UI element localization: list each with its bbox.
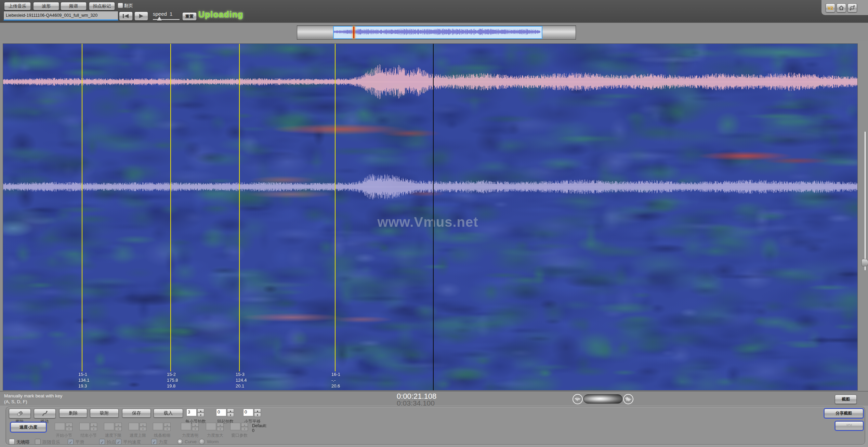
spinner-arrows[interactable]: ▲▼ (254, 409, 261, 417)
page-turn-checkbox[interactable] (118, 3, 123, 8)
spinner-down-icon[interactable]: ▼ (241, 427, 248, 431)
controls-panel: 擦除 移动 删除吸附保存载入 3▲▼每小节拍数0▲▼弱起拍数0▲▼小节平移 速度… (5, 407, 865, 445)
spinner-arrows[interactable]: ▲▼ (115, 423, 122, 431)
home-button[interactable] (837, 3, 846, 12)
spinner-down-icon[interactable]: ▼ (254, 413, 261, 417)
panel-button-2[interactable]: 保存 (122, 409, 151, 418)
spinner-up-icon[interactable]: ▲ (192, 423, 199, 427)
spinner-up-icon[interactable]: ▲ (115, 423, 122, 427)
spinner-arrows[interactable]: ▲▼ (66, 423, 73, 431)
display-mode-radio-label: Curve (185, 439, 197, 444)
spinner-value[interactable] (230, 423, 240, 430)
hint-text: Manually mark beat with key (A, S, D, F) (4, 393, 62, 405)
spinner-value[interactable]: 0 (216, 409, 226, 416)
display-mode-radio[interactable] (199, 439, 205, 445)
beat-mark-button[interactable]: 拍点标记 (89, 2, 115, 10)
beat-marker-line[interactable] (239, 44, 240, 371)
option-checkbox[interactable]: ✓ (151, 439, 157, 445)
panel-button-3[interactable]: 载入 (154, 409, 183, 418)
option-checkbox[interactable]: ✓ (68, 439, 74, 445)
overview-playhead[interactable] (353, 27, 354, 38)
vertical-slider-thumb[interactable] (862, 259, 868, 266)
spinner-down-icon[interactable]: ▼ (90, 427, 97, 431)
option-checkbox[interactable] (9, 439, 15, 445)
spinner-down-icon[interactable]: ▼ (197, 413, 204, 417)
spinner-up-icon[interactable]: ▲ (217, 423, 224, 427)
spinner-up-icon[interactable]: ▲ (254, 409, 261, 413)
panel-button-1[interactable]: 吸附 (90, 409, 119, 418)
panel-button-0[interactable]: 删除 (59, 409, 87, 418)
overview-band (0, 23, 868, 41)
speed-slider-thumb[interactable] (157, 16, 162, 21)
spinner-value[interactable] (104, 423, 114, 430)
upload-music-button[interactable]: 上传音乐 (4, 2, 31, 10)
volume-max-button[interactable] (623, 394, 633, 404)
tempo-dynamics-button[interactable]: 速度-力度 (11, 422, 46, 432)
spinner-down-icon[interactable]: ▼ (140, 427, 146, 431)
spinner-up-icon[interactable]: ▲ (241, 423, 248, 427)
spinner-down-icon[interactable]: ▼ (227, 413, 234, 417)
spinner-value[interactable] (181, 423, 191, 430)
volume-min-button[interactable] (573, 394, 583, 404)
spinner-value[interactable]: 3 (186, 409, 197, 416)
play-button[interactable] (134, 12, 148, 21)
option-checkbox[interactable]: ✓ (116, 439, 121, 445)
option-checkbox[interactable] (35, 439, 41, 445)
spinner-up-icon[interactable]: ▲ (227, 409, 234, 413)
spinner-value[interactable] (55, 423, 65, 430)
beat-marker-line[interactable] (335, 44, 336, 371)
playhead-line[interactable] (433, 44, 434, 390)
spinner-arrows[interactable]: ▲▼ (217, 423, 224, 431)
spinner-arrows[interactable]: ▲▼ (227, 409, 234, 417)
spinner-up-icon[interactable]: ▲ (66, 423, 73, 427)
overview-waveform-canvas (334, 27, 540, 37)
reset-button[interactable]: 重置 (182, 12, 197, 21)
overview-selection[interactable] (333, 26, 542, 39)
vertical-slider-track[interactable] (865, 132, 866, 270)
main-area: www.Vmus.net 15-1134.119.315-2175.819.81… (0, 41, 868, 391)
display-mode-radio[interactable] (177, 439, 183, 445)
spinner-arrows[interactable]: ▲▼ (140, 423, 146, 431)
share-screenshot-button[interactable]: 分享截图 (824, 409, 863, 418)
spinner-arrows[interactable]: ▲▼ (197, 409, 204, 417)
display-mode-radio-label: Worm (207, 439, 219, 444)
spinner-up-icon[interactable]: ▲ (164, 423, 171, 427)
spinner-arrows[interactable]: ▲▼ (241, 423, 248, 431)
spinner-up-icon[interactable]: ▲ (140, 423, 146, 427)
spinner-value[interactable] (153, 423, 163, 430)
spinner-down-icon[interactable]: ▼ (115, 427, 122, 431)
spinner-down-icon[interactable]: ▼ (192, 427, 199, 431)
spinner-up-icon[interactable]: ▲ (197, 409, 204, 413)
fullscreen-button[interactable] (847, 3, 857, 12)
beat-id: 15-3 (236, 371, 247, 377)
spinner-arrows[interactable]: ▲▼ (90, 423, 97, 431)
waveform-button[interactable]: 波形 (33, 2, 59, 10)
spectrum-button[interactable]: 频谱 (61, 2, 87, 10)
overview-scrollbar[interactable] (297, 25, 576, 40)
spinner-value[interactable] (79, 423, 90, 430)
status-bar: Manually mark beat with key (A, S, D, F)… (0, 391, 868, 406)
spinner-down-icon[interactable]: ▼ (217, 427, 224, 431)
spinner-value[interactable]: 0 (243, 409, 253, 416)
spinner-arrows[interactable]: ▲▼ (192, 423, 199, 431)
volume-slider[interactable] (583, 394, 622, 404)
spinner-arrows[interactable]: ▲▼ (164, 423, 171, 431)
beat-time: 20.1 (236, 383, 247, 389)
spinner-up-icon[interactable]: ▲ (90, 423, 97, 427)
erase-button[interactable] (9, 409, 31, 418)
filename-input[interactable]: Liebesleid-19111106-QA4609_001_full_wm_3… (3, 11, 118, 21)
skip-to-start-button[interactable] (119, 12, 133, 21)
beat-marker-line[interactable] (170, 44, 171, 371)
spinner-down-icon[interactable]: ▼ (66, 427, 73, 431)
spinner-value[interactable] (206, 423, 216, 430)
option-checkbox[interactable]: ✓ (99, 439, 105, 445)
v2-button[interactable]: V2 (826, 3, 835, 12)
ioi-button[interactable]: IOI (835, 421, 863, 430)
move-button[interactable] (34, 409, 56, 418)
beat-marker-label: 15-1134.119.3 (78, 371, 90, 389)
spinner-down-icon[interactable]: ▼ (164, 427, 171, 431)
beat-marker-line[interactable] (82, 44, 82, 371)
spinner-value[interactable] (129, 423, 139, 430)
screenshot-button[interactable]: 截图 (835, 395, 857, 404)
default-label: Default: (252, 423, 267, 428)
